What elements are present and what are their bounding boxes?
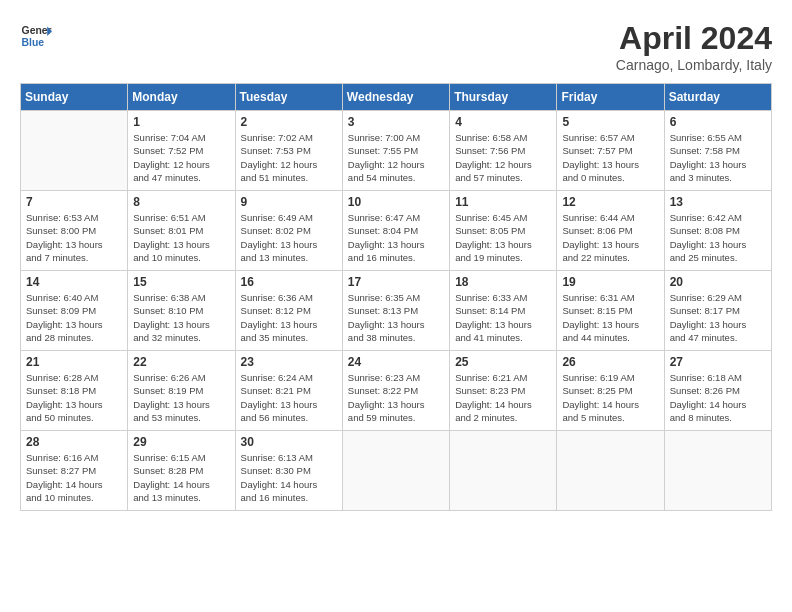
calendar-cell: 27Sunrise: 6:18 AM Sunset: 8:26 PM Dayli… xyxy=(664,351,771,431)
day-info: Sunrise: 6:53 AM Sunset: 8:00 PM Dayligh… xyxy=(26,211,122,264)
calendar-cell: 9Sunrise: 6:49 AM Sunset: 8:02 PM Daylig… xyxy=(235,191,342,271)
day-info: Sunrise: 6:45 AM Sunset: 8:05 PM Dayligh… xyxy=(455,211,551,264)
day-info: Sunrise: 6:28 AM Sunset: 8:18 PM Dayligh… xyxy=(26,371,122,424)
day-info: Sunrise: 6:21 AM Sunset: 8:23 PM Dayligh… xyxy=(455,371,551,424)
day-info: Sunrise: 6:19 AM Sunset: 8:25 PM Dayligh… xyxy=(562,371,658,424)
day-number: 21 xyxy=(26,355,122,369)
day-info: Sunrise: 6:51 AM Sunset: 8:01 PM Dayligh… xyxy=(133,211,229,264)
day-number: 1 xyxy=(133,115,229,129)
day-info: Sunrise: 6:13 AM Sunset: 8:30 PM Dayligh… xyxy=(241,451,337,504)
calendar-cell: 20Sunrise: 6:29 AM Sunset: 8:17 PM Dayli… xyxy=(664,271,771,351)
day-number: 8 xyxy=(133,195,229,209)
svg-text:Blue: Blue xyxy=(22,37,45,48)
week-row-3: 14Sunrise: 6:40 AM Sunset: 8:09 PM Dayli… xyxy=(21,271,772,351)
day-number: 29 xyxy=(133,435,229,449)
header-monday: Monday xyxy=(128,84,235,111)
calendar-cell xyxy=(342,431,449,511)
header-thursday: Thursday xyxy=(450,84,557,111)
calendar-cell: 21Sunrise: 6:28 AM Sunset: 8:18 PM Dayli… xyxy=(21,351,128,431)
day-info: Sunrise: 6:16 AM Sunset: 8:27 PM Dayligh… xyxy=(26,451,122,504)
day-info: Sunrise: 6:36 AM Sunset: 8:12 PM Dayligh… xyxy=(241,291,337,344)
month-year-title: April 2024 xyxy=(616,20,772,57)
day-number: 15 xyxy=(133,275,229,289)
day-number: 12 xyxy=(562,195,658,209)
header-tuesday: Tuesday xyxy=(235,84,342,111)
day-number: 6 xyxy=(670,115,766,129)
calendar-cell: 30Sunrise: 6:13 AM Sunset: 8:30 PM Dayli… xyxy=(235,431,342,511)
day-info: Sunrise: 6:24 AM Sunset: 8:21 PM Dayligh… xyxy=(241,371,337,424)
day-number: 14 xyxy=(26,275,122,289)
day-number: 30 xyxy=(241,435,337,449)
calendar-cell: 19Sunrise: 6:31 AM Sunset: 8:15 PM Dayli… xyxy=(557,271,664,351)
day-info: Sunrise: 6:15 AM Sunset: 8:28 PM Dayligh… xyxy=(133,451,229,504)
calendar-cell: 13Sunrise: 6:42 AM Sunset: 8:08 PM Dayli… xyxy=(664,191,771,271)
day-number: 16 xyxy=(241,275,337,289)
day-info: Sunrise: 6:31 AM Sunset: 8:15 PM Dayligh… xyxy=(562,291,658,344)
calendar-cell: 2Sunrise: 7:02 AM Sunset: 7:53 PM Daylig… xyxy=(235,111,342,191)
day-info: Sunrise: 6:42 AM Sunset: 8:08 PM Dayligh… xyxy=(670,211,766,264)
header: General Blue April 2024 Carnago, Lombard… xyxy=(20,20,772,73)
day-number: 3 xyxy=(348,115,444,129)
calendar-cell: 22Sunrise: 6:26 AM Sunset: 8:19 PM Dayli… xyxy=(128,351,235,431)
day-number: 25 xyxy=(455,355,551,369)
day-number: 2 xyxy=(241,115,337,129)
week-row-2: 7Sunrise: 6:53 AM Sunset: 8:00 PM Daylig… xyxy=(21,191,772,271)
day-number: 10 xyxy=(348,195,444,209)
calendar-cell: 10Sunrise: 6:47 AM Sunset: 8:04 PM Dayli… xyxy=(342,191,449,271)
day-number: 17 xyxy=(348,275,444,289)
calendar-cell xyxy=(664,431,771,511)
calendar-cell: 11Sunrise: 6:45 AM Sunset: 8:05 PM Dayli… xyxy=(450,191,557,271)
day-info: Sunrise: 6:26 AM Sunset: 8:19 PM Dayligh… xyxy=(133,371,229,424)
day-info: Sunrise: 6:18 AM Sunset: 8:26 PM Dayligh… xyxy=(670,371,766,424)
day-info: Sunrise: 6:47 AM Sunset: 8:04 PM Dayligh… xyxy=(348,211,444,264)
day-number: 18 xyxy=(455,275,551,289)
header-wednesday: Wednesday xyxy=(342,84,449,111)
calendar-cell: 18Sunrise: 6:33 AM Sunset: 8:14 PM Dayli… xyxy=(450,271,557,351)
calendar-cell: 17Sunrise: 6:35 AM Sunset: 8:13 PM Dayli… xyxy=(342,271,449,351)
calendar-table: SundayMondayTuesdayWednesdayThursdayFrid… xyxy=(20,83,772,511)
day-info: Sunrise: 6:33 AM Sunset: 8:14 PM Dayligh… xyxy=(455,291,551,344)
day-info: Sunrise: 6:57 AM Sunset: 7:57 PM Dayligh… xyxy=(562,131,658,184)
calendar-cell: 7Sunrise: 6:53 AM Sunset: 8:00 PM Daylig… xyxy=(21,191,128,271)
calendar-cell: 12Sunrise: 6:44 AM Sunset: 8:06 PM Dayli… xyxy=(557,191,664,271)
day-info: Sunrise: 7:00 AM Sunset: 7:55 PM Dayligh… xyxy=(348,131,444,184)
calendar-cell xyxy=(450,431,557,511)
day-info: Sunrise: 6:35 AM Sunset: 8:13 PM Dayligh… xyxy=(348,291,444,344)
calendar-cell: 25Sunrise: 6:21 AM Sunset: 8:23 PM Dayli… xyxy=(450,351,557,431)
day-number: 20 xyxy=(670,275,766,289)
calendar-cell: 29Sunrise: 6:15 AM Sunset: 8:28 PM Dayli… xyxy=(128,431,235,511)
day-number: 5 xyxy=(562,115,658,129)
calendar-cell: 26Sunrise: 6:19 AM Sunset: 8:25 PM Dayli… xyxy=(557,351,664,431)
day-info: Sunrise: 6:55 AM Sunset: 7:58 PM Dayligh… xyxy=(670,131,766,184)
week-row-5: 28Sunrise: 6:16 AM Sunset: 8:27 PM Dayli… xyxy=(21,431,772,511)
day-number: 13 xyxy=(670,195,766,209)
day-number: 27 xyxy=(670,355,766,369)
calendar-cell: 24Sunrise: 6:23 AM Sunset: 8:22 PM Dayli… xyxy=(342,351,449,431)
title-section: April 2024 Carnago, Lombardy, Italy xyxy=(616,20,772,73)
day-info: Sunrise: 6:38 AM Sunset: 8:10 PM Dayligh… xyxy=(133,291,229,344)
calendar-cell: 15Sunrise: 6:38 AM Sunset: 8:10 PM Dayli… xyxy=(128,271,235,351)
header-sunday: Sunday xyxy=(21,84,128,111)
day-number: 11 xyxy=(455,195,551,209)
day-number: 23 xyxy=(241,355,337,369)
calendar-cell: 5Sunrise: 6:57 AM Sunset: 7:57 PM Daylig… xyxy=(557,111,664,191)
day-number: 22 xyxy=(133,355,229,369)
day-number: 4 xyxy=(455,115,551,129)
day-info: Sunrise: 7:04 AM Sunset: 7:52 PM Dayligh… xyxy=(133,131,229,184)
calendar-cell xyxy=(557,431,664,511)
day-info: Sunrise: 6:44 AM Sunset: 8:06 PM Dayligh… xyxy=(562,211,658,264)
day-info: Sunrise: 7:02 AM Sunset: 7:53 PM Dayligh… xyxy=(241,131,337,184)
calendar-cell: 1Sunrise: 7:04 AM Sunset: 7:52 PM Daylig… xyxy=(128,111,235,191)
day-number: 28 xyxy=(26,435,122,449)
calendar-cell: 3Sunrise: 7:00 AM Sunset: 7:55 PM Daylig… xyxy=(342,111,449,191)
calendar-cell: 6Sunrise: 6:55 AM Sunset: 7:58 PM Daylig… xyxy=(664,111,771,191)
day-number: 24 xyxy=(348,355,444,369)
day-info: Sunrise: 6:29 AM Sunset: 8:17 PM Dayligh… xyxy=(670,291,766,344)
calendar-cell xyxy=(21,111,128,191)
calendar-cell: 14Sunrise: 6:40 AM Sunset: 8:09 PM Dayli… xyxy=(21,271,128,351)
calendar-header-row: SundayMondayTuesdayWednesdayThursdayFrid… xyxy=(21,84,772,111)
day-number: 26 xyxy=(562,355,658,369)
week-row-1: 1Sunrise: 7:04 AM Sunset: 7:52 PM Daylig… xyxy=(21,111,772,191)
header-saturday: Saturday xyxy=(664,84,771,111)
calendar-cell: 16Sunrise: 6:36 AM Sunset: 8:12 PM Dayli… xyxy=(235,271,342,351)
